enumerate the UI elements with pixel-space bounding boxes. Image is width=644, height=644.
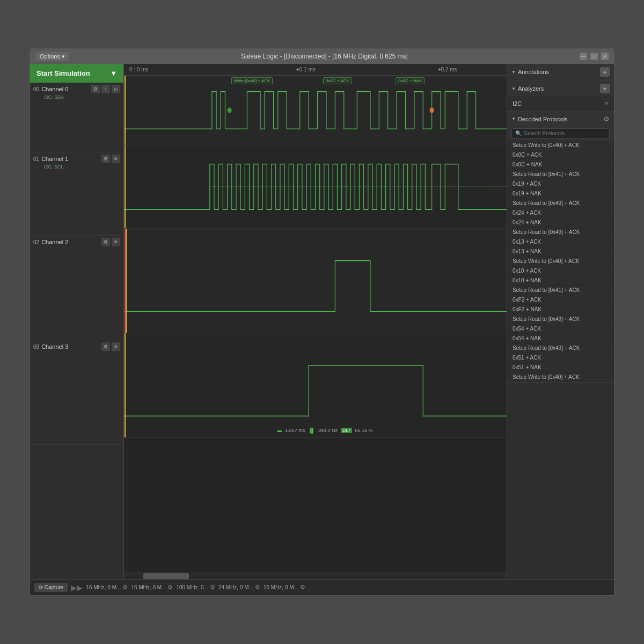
channel-0-up[interactable]: ↑ — [101, 85, 110, 93]
protocol-list-item[interactable]: 0x24 + ACK — [507, 208, 614, 218]
horizontal-scrollbar[interactable] — [124, 573, 507, 579]
ch-config-gear-2[interactable]: ⚙ — [210, 584, 215, 591]
ch-config-label-0: 16 MHz, 0 M... — [86, 584, 121, 590]
analyzer-i2c-menu[interactable]: ≡ — [604, 99, 609, 108]
channel-0-forward[interactable]: ▷ — [112, 85, 120, 93]
marker-dot-green — [228, 108, 232, 113]
channel-2-close[interactable]: ✕ — [112, 238, 120, 246]
analyzer-item-i2c: I2C ≡ — [507, 97, 614, 111]
options-button[interactable]: Options ▾ — [35, 52, 69, 61]
ch-config-label-3: 24 MHz, 0 M... — [218, 584, 253, 590]
annotations-title: ▼ Annotations — [511, 69, 549, 75]
protocol-list-item[interactable]: Setup Read to [0x41] + ACK — [507, 170, 614, 179]
analyzers-triangle: ▼ — [511, 86, 516, 91]
protocol-list-item[interactable]: Setup Read to [0x41] + ACK — [507, 286, 614, 295]
protocol-list-item[interactable]: Setup Write to [0x40] + ACK — [507, 257, 614, 266]
waveform-channel-0[interactable]: Write [0x40] + ACK 0x0C + ACK 0x0C + NAK — [124, 76, 507, 145]
time-label-1: +0.1 ms — [296, 67, 316, 72]
time-label-0: 0 : 0 ms — [129, 67, 149, 72]
ch-config-gear-0[interactable]: ⚙ — [122, 584, 128, 591]
bottom-bar: ⟳ Capture ▶▶ 16 MHz, 0 M... ⚙ 16 MHz, 0 … — [30, 579, 614, 595]
protocol-list-item[interactable]: 0x10 + ACK — [507, 266, 614, 276]
cursor-line-ch2-yellow — [126, 229, 127, 333]
protocol-list-item[interactable]: Setup Read to [0x49] + ACK — [507, 199, 614, 208]
annotations-add-btn[interactable]: + — [600, 67, 610, 77]
channel-1-controls: ⚙ ✕ — [101, 155, 120, 163]
waveform-channel-3[interactable]: ▬ 1.657 ms ▐▌ 393.3 Hz Dur 65.16 % — [124, 333, 507, 438]
waveform-channel-1[interactable] — [124, 145, 507, 229]
channel-1-num: 01 — [33, 156, 39, 162]
channel-0-header: 00 Channel 0 ⚙ ↑ ▷ — [33, 85, 120, 93]
waveform-channel-2[interactable] — [124, 229, 507, 333]
left-panel: Start Simulation ▼ 00 Channel 0 ⚙ ↑ ▷ I2… — [30, 64, 124, 579]
protocol-list-item[interactable]: 0x54 + ACK — [507, 324, 614, 334]
search-wrapper[interactable]: 🔍 — [511, 128, 610, 138]
protocol-list-item[interactable]: 0x0C + NAK — [507, 160, 614, 170]
analyzer-i2c-name: I2C — [513, 100, 522, 107]
channel-3-close[interactable]: ✕ — [112, 342, 120, 351]
analyzers-title: ▼ Analyzers — [511, 85, 544, 92]
protocol-list-item[interactable]: 0x54 + NAK — [507, 334, 614, 343]
protocol-list-item[interactable]: 0x51 + ACK — [507, 353, 614, 363]
minimize-button[interactable]: — — [580, 53, 587, 60]
analyzers-add-btn[interactable]: + — [600, 84, 610, 93]
protocol-list-item[interactable]: 0x13 + NAK — [507, 247, 614, 257]
channel-3-header: 03 Channel 3 ⚙ ✕ — [33, 342, 120, 351]
channel-0-sub: I2C: SDA — [33, 94, 120, 100]
fast-forward-icon: ▶▶ — [71, 583, 83, 592]
protocols-search-input[interactable] — [524, 130, 606, 136]
protocol-list-item[interactable]: Setup Write to [0x40] + ACK — [507, 372, 614, 382]
protocol-list-item[interactable]: Setup Read to [0x49] + ACK — [507, 343, 614, 353]
waveform-svg-ch3 — [124, 333, 507, 437]
waveform-svg-ch0 — [124, 76, 507, 145]
channel-2-num: 02 — [33, 239, 39, 245]
channel-1-close[interactable]: ✕ — [112, 155, 120, 163]
channel-0-num: 00 — [33, 86, 39, 92]
protocol-list-item[interactable]: 0x24 + NAK — [507, 218, 614, 228]
ch-config-label-2: 100 MHz, 0... — [176, 584, 208, 590]
channel-config-3: 24 MHz, 0 M... ⚙ — [218, 584, 260, 591]
analyzers-section: ▼ Analyzers + I2C ≡ — [507, 80, 614, 112]
maximize-button[interactable]: □ — [590, 53, 598, 60]
ch-config-gear-1[interactable]: ⚙ — [167, 584, 173, 591]
channel-3-controls: ⚙ ✕ — [101, 342, 120, 351]
decoded-protocols-header[interactable]: ▼ Decoded Protocols ⚙ — [507, 112, 614, 126]
decoded-protocols-section: ▼ Decoded Protocols ⚙ 🔍 Setup Write to [… — [507, 112, 614, 383]
channel-3-gear[interactable]: ⚙ — [101, 342, 110, 351]
annotations-header[interactable]: ▼ Annotations + — [507, 64, 614, 80]
protocol-list-item[interactable]: 0x13 + ACK — [507, 237, 614, 247]
protocol-list-item[interactable]: Setup Write to [0x40] + ACK — [507, 141, 614, 150]
protocol-list-item[interactable]: 0xF2 + ACK — [507, 295, 614, 305]
protocol-list-item[interactable]: Setup Read to [0x49] + ACK — [507, 314, 614, 324]
decoded-protocols-gear[interactable]: ⚙ — [603, 115, 610, 123]
capture-button[interactable]: ⟳ Capture — [34, 583, 68, 592]
annotations-section: ▼ Annotations + — [507, 64, 614, 80]
protocol-list-item[interactable]: 0x0C + ACK — [507, 150, 614, 160]
channel-1-gear[interactable]: ⚙ — [101, 155, 110, 163]
ch-config-gear-3[interactable]: ⚙ — [255, 584, 260, 591]
start-sim-arrow-icon: ▼ — [110, 69, 117, 77]
analyzers-header[interactable]: ▼ Analyzers + — [507, 80, 614, 97]
channel-3-name: Channel 3 — [41, 343, 101, 350]
protocol-list-item[interactable]: Setup Read to [0x49] + ACK — [507, 228, 614, 237]
app-window: Options ▾ Saleae Logic - [Disconnected] … — [30, 48, 614, 596]
app-title: Saleae Logic - [Disconnected] - [16 MHz … — [69, 53, 580, 60]
channel-0-controls: ⚙ ↑ ▷ — [91, 85, 120, 93]
protocol-list-item[interactable]: 0x19 + ACK — [507, 179, 614, 189]
protocol-list-item[interactable]: 0x19 + NAK — [507, 189, 614, 199]
waveform-svg-ch2 — [124, 229, 507, 333]
channel-2-gear[interactable]: ⚙ — [101, 238, 110, 246]
channel-0-gear[interactable]: ⚙ — [91, 85, 100, 93]
protocol-list-item[interactable]: 0xF2 + NAK — [507, 305, 614, 314]
channel-0-name: Channel 0 — [41, 86, 91, 92]
channel-config-2: 100 MHz, 0... ⚙ — [176, 584, 215, 591]
search-icon: 🔍 — [515, 130, 522, 136]
start-sim-label: Start Simulation — [36, 69, 90, 77]
protocol-list-item[interactable]: 0x51 + NAK — [507, 363, 614, 372]
channel-2-header: 02 Channel 2 ⚙ ✕ — [33, 238, 120, 246]
close-button[interactable]: ✕ — [601, 53, 609, 60]
ch-config-gear-4[interactable]: ⚙ — [300, 584, 305, 591]
start-simulation-button[interactable]: Start Simulation ▼ — [30, 64, 123, 83]
protocol-list-item[interactable]: 0x10 + NAK — [507, 276, 614, 286]
scrollbar-thumb[interactable] — [143, 573, 189, 579]
